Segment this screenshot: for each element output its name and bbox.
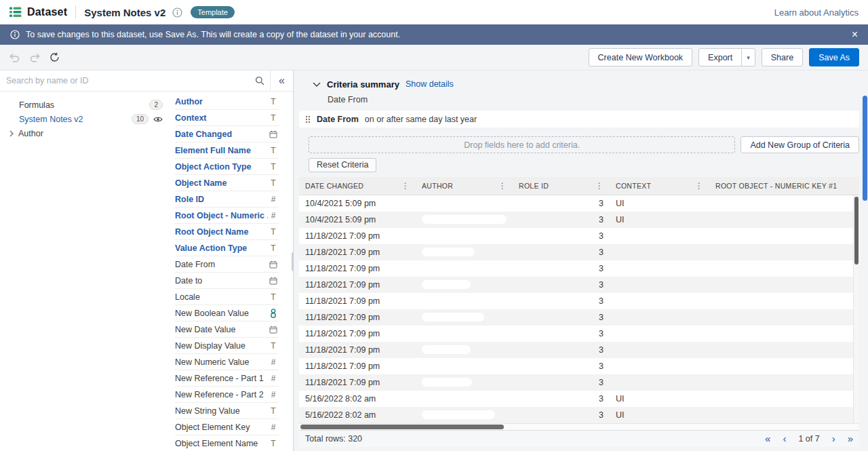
search-input[interactable]: [0, 71, 270, 91]
field-item[interactable]: New Display ValueT: [175, 338, 279, 354]
column-header[interactable]: AUTHOR⋮: [416, 177, 513, 195]
share-button[interactable]: Share: [762, 48, 803, 66]
field-item[interactable]: New Reference - Part 1#: [175, 370, 279, 387]
field-item[interactable]: Element Full NameT: [175, 142, 279, 159]
field-item[interactable]: Date to: [175, 273, 279, 289]
column-menu-icon[interactable]: ⋮: [397, 181, 410, 191]
field-item[interactable]: Value Action TypeT: [175, 240, 279, 256]
field-item[interactable]: LocaleT: [175, 289, 279, 305]
table-row[interactable]: 5/16/2022 8:02 am3UI: [299, 407, 859, 423]
caret-down-icon: ▾: [747, 54, 750, 61]
field-item[interactable]: New Boolean Value: [175, 305, 279, 321]
table-vertical-scrollbar[interactable]: [853, 195, 859, 423]
create-new-workbook-button[interactable]: Create New Workbook: [589, 48, 693, 66]
refresh-icon[interactable]: [50, 52, 60, 62]
table-row[interactable]: 11/18/2021 7:09 pm3: [299, 260, 859, 277]
drag-handle-icon[interactable]: [305, 115, 311, 123]
cell-role-id: 3: [513, 195, 610, 212]
field-item[interactable]: New Numeric Value#: [175, 354, 279, 370]
close-icon[interactable]: ×: [852, 29, 858, 40]
horizontal-scroll-thumb[interactable]: [300, 425, 504, 429]
table-row[interactable]: 10/4/2021 5:09 pm3UI: [299, 212, 859, 228]
field-item[interactable]: Root Object - Numeric ...#: [175, 208, 279, 224]
field-item[interactable]: ContextT: [175, 110, 279, 126]
table-row[interactable]: 11/18/2021 7:09 pm3: [299, 326, 859, 342]
column-menu-icon[interactable]: ⋮: [691, 181, 703, 191]
table-row[interactable]: 11/18/2021 7:09 pm3: [299, 293, 859, 309]
column-header[interactable]: ROOT OBJECT - NUMERIC KEY #1: [709, 177, 859, 195]
first-page-button[interactable]: «: [765, 433, 770, 444]
cell-author: [416, 195, 513, 212]
cell-root-object: [709, 358, 859, 374]
reset-criteria-button[interactable]: Reset Criteria: [309, 158, 376, 172]
save-as-button[interactable]: Save As: [809, 48, 859, 66]
field-item[interactable]: Date From: [175, 256, 279, 273]
field-item[interactable]: Role ID#: [175, 191, 279, 208]
field-item[interactable]: Root Object NameT: [175, 224, 279, 240]
field-item[interactable]: Object Element Key#: [175, 419, 279, 435]
cell-role-id: 3: [513, 277, 610, 293]
column-menu-icon[interactable]: ⋮: [591, 181, 604, 191]
field-item[interactable]: AuthorT: [175, 94, 279, 110]
field-item[interactable]: New Date Value: [175, 321, 279, 338]
cell-role-id: 3: [513, 326, 610, 342]
last-page-button[interactable]: »: [848, 433, 853, 444]
field-item[interactable]: Object NameT: [175, 175, 279, 191]
redo-icon[interactable]: [29, 53, 41, 62]
cell-role-id: 3: [513, 212, 610, 228]
undo-icon[interactable]: [9, 53, 20, 62]
field-label: Root Object - Numeric ...: [175, 211, 268, 220]
cell-role-id: 3: [513, 244, 610, 260]
table-row[interactable]: 11/18/2021 7:09 pm3: [299, 228, 859, 244]
table-row[interactable]: 5/16/2022 8:02 am3UI: [299, 391, 859, 407]
eye-icon[interactable]: [153, 116, 163, 123]
field-item[interactable]: Date Changed: [175, 126, 279, 142]
table-row[interactable]: 11/18/2021 7:09 pm3: [299, 358, 859, 374]
field-item[interactable]: Object Action TypeT: [175, 159, 279, 175]
cell-date-changed: 11/18/2021 7:09 pm: [299, 228, 416, 244]
learn-about-analytics-link[interactable]: Learn about Analytics: [774, 7, 859, 18]
criteria-dropzone[interactable]: Drop fields here to add criteria.: [309, 136, 735, 153]
tree-item-formulas[interactable]: Formulas 2: [0, 98, 171, 112]
field-item[interactable]: New String ValueT: [175, 403, 279, 419]
table-row[interactable]: 11/18/2021 7:09 pm3: [299, 342, 859, 358]
criteria-rule[interactable]: Date From on or after same day last year: [299, 111, 859, 128]
tree-item-author[interactable]: Author: [0, 126, 171, 140]
field-item[interactable]: New Reference - Part 2#: [175, 387, 279, 403]
info-icon[interactable]: [172, 7, 182, 18]
redacted-author-value: [422, 280, 471, 289]
page-indicator: 1 of 7: [798, 434, 819, 444]
page-scrollbar[interactable]: [863, 96, 867, 201]
column-header[interactable]: CONTEXT⋮: [610, 177, 709, 195]
collapse-sidebar-button[interactable]: «: [271, 71, 293, 91]
column-header[interactable]: ROLE ID⋮: [513, 177, 610, 195]
toolbar-actions: Create New Workbook Export ▾ Share Save …: [589, 48, 859, 66]
next-page-button[interactable]: ›: [832, 433, 835, 444]
add-group-of-criteria-button[interactable]: Add New Group of Criteria: [741, 136, 859, 153]
table-row[interactable]: 11/18/2021 7:09 pm3: [299, 309, 859, 326]
cell-context: [610, 358, 709, 374]
redacted-author-value: [422, 378, 472, 387]
export-button[interactable]: Export: [698, 48, 742, 66]
show-details-link[interactable]: Show details: [406, 79, 454, 89]
cell-context: [610, 277, 709, 293]
table-row[interactable]: 10/4/2021 5:09 pm3UI: [299, 195, 859, 212]
column-header[interactable]: DATE CHANGED⋮: [299, 177, 416, 195]
tree-item-dataset[interactable]: System Notes v2 10: [0, 112, 171, 126]
template-badge: Template: [191, 6, 235, 18]
table-row[interactable]: 11/18/2021 7:09 pm3: [299, 374, 859, 391]
field-item[interactable]: Object Element NameT: [175, 435, 279, 451]
cell-root-object: [709, 391, 859, 407]
column-menu-icon[interactable]: ⋮: [494, 181, 507, 191]
chevron-down-icon[interactable]: [313, 82, 321, 87]
cell-context: [610, 309, 709, 326]
table-row[interactable]: 11/18/2021 7:09 pm3: [299, 277, 859, 293]
vertical-scroll-thumb[interactable]: [854, 197, 859, 264]
export-dropdown-button[interactable]: ▾: [741, 48, 755, 66]
rule-condition: on or after same day last year: [365, 115, 477, 124]
table-row[interactable]: 11/18/2021 7:09 pm3: [299, 244, 859, 260]
numeric-type-icon: #: [268, 374, 279, 383]
previous-page-button[interactable]: ‹: [783, 433, 786, 444]
table-footer: Total rows: 320 « ‹ 1 of 7 › »: [299, 430, 859, 447]
table-horizontal-scrollbar[interactable]: [299, 423, 859, 430]
